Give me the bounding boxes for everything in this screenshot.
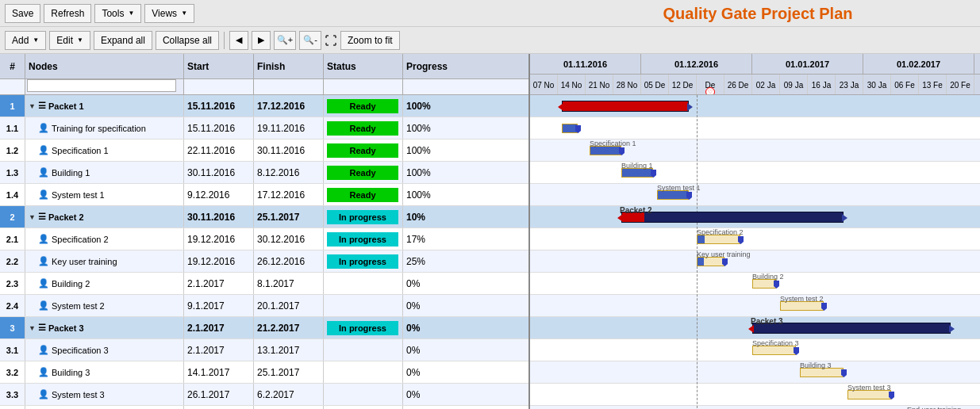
- gantt-task-bar-fill: [698, 258, 704, 266]
- cell-start-1: 15.11.2016: [184, 95, 254, 117]
- status-badge: [327, 343, 398, 357]
- cell-start-2.4: 9.1.2017: [184, 295, 254, 316]
- cell-progress-1.4: 100%: [403, 184, 451, 205]
- person-icon: 👤: [38, 145, 49, 155]
- cell-start-1.2: 22.11.2016: [184, 140, 254, 161]
- main-area: # Nodes Start Finish Status Progress 1: [0, 54, 980, 409]
- node-label: Building 3: [52, 368, 90, 377]
- cell-num-1.2: 1.2: [0, 140, 25, 161]
- subh-num: [0, 79, 25, 94]
- cell-nodes-2.1: 👤 Specification 2: [25, 228, 184, 250]
- col-header-finish: Finish: [254, 54, 324, 78]
- status-badge: In progress: [327, 254, 398, 269]
- gantt-task-flag: [889, 392, 894, 399]
- gantt-row: Building 1: [530, 162, 980, 184]
- cell-num-3.1: 3.1: [0, 339, 25, 361]
- person-icon: 👤: [38, 367, 49, 377]
- packet-flag-left: [617, 214, 623, 222]
- gantt-task-flag: [774, 281, 779, 289]
- cell-finish-1: 17.12.2016: [254, 95, 324, 117]
- cell-progress-3.3: 0%: [403, 384, 451, 405]
- gantt-task-flag: [738, 236, 744, 244]
- cell-progress-3.4: 0%: [403, 406, 451, 409]
- cell-num-1.4: 1.4: [0, 184, 25, 205]
- collapse-all-button[interactable]: Collapse all: [156, 31, 219, 50]
- table-row: 2 ▼☰ Packet 2 30.11.2016 25.1.2017 In pr…: [0, 206, 528, 228]
- status-badge: [327, 299, 398, 313]
- cell-nodes-2.2: 👤 Key user training: [25, 250, 184, 272]
- gantt-month-dec: 01.12.2016: [641, 54, 752, 74]
- gantt-task-bar-fill: [563, 124, 577, 132]
- table-subheader: [0, 79, 528, 95]
- nav-left-button[interactable]: ◀: [229, 31, 248, 50]
- cell-nodes-3.3: 👤 System test 3: [25, 384, 184, 405]
- cell-progress-2: 10%: [403, 206, 451, 227]
- save-button[interactable]: Save: [5, 4, 40, 23]
- expand-all-button[interactable]: Expand all: [94, 31, 152, 50]
- expand-icon[interactable]: ▼: [29, 213, 36, 221]
- packet-flag-left: [558, 103, 563, 111]
- node-label: Building 2: [52, 279, 90, 289]
- expand-icon[interactable]: ▼: [29, 102, 36, 110]
- cell-start-3.3: 26.1.2017: [184, 384, 254, 405]
- packet-icon: ☰: [38, 212, 46, 222]
- gantt-week-20fe: 20 Fe: [947, 75, 974, 95]
- person-icon: 👤: [38, 345, 49, 355]
- gantt-task-label: Specification 2: [697, 228, 744, 236]
- gantt-task-flag: [821, 303, 827, 311]
- cell-progress-2.2: 25%: [403, 250, 451, 272]
- zoom-out-button[interactable]: 🔍-: [299, 31, 321, 50]
- gantt-week-09ja: 09 Ja: [780, 75, 808, 95]
- zoom-to-fit-button[interactable]: Zoom to fit: [340, 31, 400, 50]
- cell-nodes-1: ▼☰ Packet 1: [25, 95, 184, 117]
- add-button[interactable]: Add: [5, 31, 46, 50]
- cell-status-3.3: [324, 384, 403, 405]
- cell-nodes-3.2: 👤 Building 3: [25, 361, 184, 383]
- cell-status-1.4: Ready: [324, 184, 403, 205]
- edit-button[interactable]: Edit: [49, 31, 90, 50]
- table-row: 1 ▼☰ Packet 1 15.11.2016 17.12.2016 Read…: [0, 95, 528, 117]
- status-badge: [327, 365, 398, 380]
- cell-finish-3.4: 21.2.2017: [254, 406, 324, 409]
- gantt-task-label: Specification 3: [752, 339, 799, 347]
- cell-start-2.2: 19.12.2016: [184, 250, 254, 272]
- gantt-row: Packet 2: [530, 206, 980, 228]
- cell-finish-1.3: 8.12.2016: [254, 162, 324, 183]
- person-icon: 👤: [38, 123, 49, 133]
- gantt-packet-bar: [621, 212, 844, 223]
- gantt-week-06fe: 06 Fe: [891, 75, 919, 95]
- subh-status: [324, 79, 403, 94]
- gantt-task-label: Building 3: [800, 361, 832, 369]
- views-button[interactable]: Views: [144, 4, 194, 23]
- cell-status-2.3: [324, 273, 403, 294]
- node-label: System test 1: [52, 190, 105, 200]
- gantt-row: Specification 1: [530, 140, 980, 162]
- gantt-week-12de: 12 De: [669, 75, 697, 95]
- gantt-task-label: System test 1: [657, 184, 701, 192]
- expand-icon[interactable]: ▼: [29, 324, 36, 332]
- node-label: Specification 1: [52, 146, 109, 155]
- table-body: 1 ▼☰ Packet 1 15.11.2016 17.12.2016 Read…: [0, 95, 528, 409]
- cell-status-3.4: [324, 406, 403, 409]
- zoom-in-button[interactable]: 🔍+: [274, 31, 296, 50]
- col-header-progress: Progress: [403, 54, 451, 78]
- node-label: Packet 2: [48, 212, 84, 222]
- cell-start-2: 30.11.2016: [184, 206, 254, 227]
- tools-button[interactable]: Tools: [94, 4, 141, 23]
- table-row: 1.1 👤 Training for specification 15.11.2…: [0, 117, 528, 140]
- cell-progress-2.3: 0%: [403, 273, 451, 294]
- gantt-row: Specification 2: [530, 228, 980, 250]
- gantt-task-bar-outer: [562, 124, 578, 133]
- nav-right-button[interactable]: ▶: [252, 31, 271, 50]
- packet-flag-left: [748, 325, 754, 333]
- nodes-filter-input[interactable]: [27, 79, 176, 92]
- node-label: System test 3: [52, 390, 105, 399]
- refresh-button[interactable]: Refresh: [44, 4, 91, 23]
- gantt-body: Specification 1Building 1System test 1Pa…: [530, 95, 980, 409]
- cell-status-2.4: [324, 295, 403, 316]
- node-label: Training for specification: [52, 124, 146, 133]
- cell-start-1.1: 15.11.2016: [184, 117, 254, 139]
- gantt-task-label: Building 1: [621, 162, 653, 170]
- page-title: Quality Gate Project Plan: [663, 5, 853, 23]
- gantt-header: 01.11.2016 01.12.2016 01.01.2017 01.02.2…: [530, 54, 980, 95]
